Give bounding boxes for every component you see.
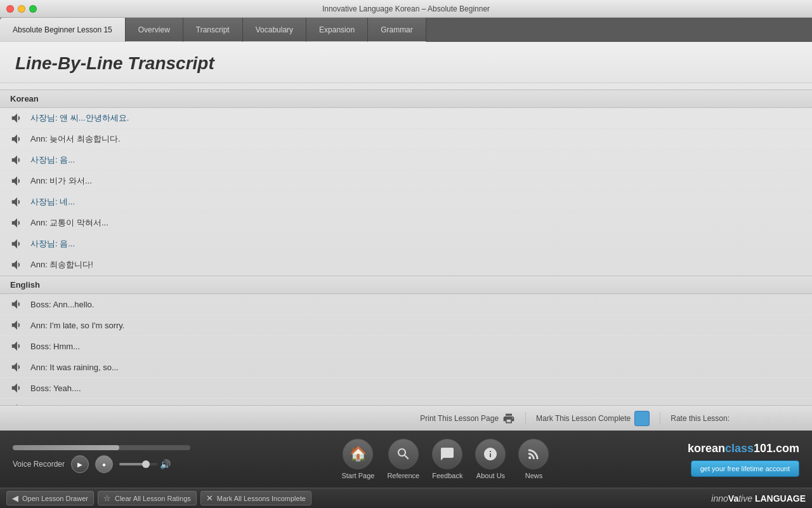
- transcript-scroll[interactable]: Korean 사장님: 앤 씨...안녕하세요. Ann: 늦어서 최송합니다.…: [0, 83, 812, 405]
- news-label: News: [525, 472, 543, 479]
- audio-icon-k5[interactable]: [10, 195, 24, 209]
- korean-line-3: 사장님: 음...: [0, 150, 812, 171]
- star-4[interactable]: ☆: [775, 411, 785, 425]
- korean-line-7: 사장님: 음...: [0, 234, 812, 255]
- record-button[interactable]: ●: [95, 455, 113, 473]
- footer-bar: ◀ Open Lesson Drawer ☆ Clear All Lesson …: [0, 488, 812, 508]
- audio-icon-e1[interactable]: [10, 297, 24, 311]
- audio-icon-e5[interactable]: [10, 381, 24, 395]
- audio-icon-e3[interactable]: [10, 339, 24, 353]
- window-title: Innovative Language Korean – Absolute Be…: [322, 4, 490, 13]
- complete-checkbox[interactable]: [634, 411, 650, 426]
- incomplete-label: Mark All Lessons Incomplete: [217, 495, 306, 502]
- korean-line-1-text: 사장님: 앤 씨...안녕하세요.: [30, 112, 129, 124]
- tab-lesson[interactable]: Absolute Beginner Lesson 15: [0, 18, 126, 42]
- feedback-icon: [432, 439, 462, 469]
- recorder-controls: Voice Recorder ▶ ● 🔊: [13, 455, 203, 473]
- english-line-6: Ann: There was traffic, so...: [0, 399, 812, 405]
- reference-label: Reference: [387, 472, 419, 479]
- rating-area: Rate this Lesson: ☆ ☆ ☆ ☆ ☆: [671, 411, 799, 425]
- star-2[interactable]: ☆: [747, 411, 757, 425]
- drawer-label: Open Lesson Drawer: [22, 495, 88, 502]
- korean-line-2: Ann: 늦어서 최송합니다.: [0, 129, 812, 150]
- print-label: Print This Lesson Page: [420, 414, 499, 423]
- rate-label: Rate this Lesson:: [671, 414, 730, 423]
- bottom-nav: Voice Recorder ▶ ● 🔊 🏠 Start Page: [0, 431, 812, 488]
- korean-section-header: Korean: [0, 90, 812, 108]
- english-line-5-text: Boss: Yeah....: [30, 384, 81, 393]
- english-line-3-text: Boss: Hmm...: [30, 342, 80, 351]
- audio-icon-k6[interactable]: [10, 216, 24, 230]
- korean-line-6-text: Ann: 교통이 막혀서...: [30, 217, 108, 229]
- audio-icon-k1[interactable]: [10, 111, 24, 125]
- audio-icon-k8[interactable]: [10, 258, 24, 272]
- korean-line-6: Ann: 교통이 막혀서...: [0, 213, 812, 234]
- tab-transcript[interactable]: Transcript: [183, 18, 243, 42]
- korean-line-7-text: 사장님: 음...: [30, 238, 75, 250]
- korean-line-8-text: Ann: 최송합니다!: [30, 259, 93, 271]
- play-button[interactable]: ▶: [71, 455, 89, 473]
- audio-icon-e6[interactable]: [10, 402, 24, 405]
- app-container: Absolute Beginner Lesson 15 Overview Tra…: [0, 18, 812, 508]
- brand-logo: innoVative LANGUAGE: [711, 493, 806, 504]
- open-lesson-drawer-button[interactable]: ◀ Open Lesson Drawer: [6, 491, 94, 505]
- close-button[interactable]: [6, 5, 14, 13]
- about-us-icon: [475, 439, 506, 469]
- korean-line-4-text: Ann: 비가 와서...: [30, 175, 92, 187]
- audio-progress-bar[interactable]: [13, 445, 190, 450]
- logo-area: koreanclass101.com get your free lifetim…: [688, 442, 799, 477]
- nav-reference[interactable]: Reference: [387, 439, 419, 479]
- audio-icon-k2[interactable]: [10, 132, 24, 146]
- english-line-2-text: Ann: I'm late, so I'm sorry.: [30, 321, 124, 330]
- print-lesson-button[interactable]: Print This Lesson Page: [420, 412, 515, 425]
- title-bar: Innovative Language Korean – Absolute Be…: [0, 0, 812, 18]
- korean-line-4: Ann: 비가 와서...: [0, 171, 812, 192]
- maximize-button[interactable]: [29, 5, 37, 13]
- reference-icon: [388, 439, 419, 469]
- tab-vocabulary[interactable]: Vocabulary: [243, 18, 306, 42]
- korean-line-5: 사장님: 네...: [0, 192, 812, 213]
- korean-line-3-text: 사장님: 음...: [30, 154, 75, 166]
- voice-recorder-label: Voice Recorder: [13, 460, 65, 469]
- clear-ratings-button[interactable]: ☆ Clear All Lesson Ratings: [98, 491, 197, 505]
- mark-complete-button[interactable]: Mark This Lesson Complete: [536, 411, 650, 426]
- english-line-5: Boss: Yeah....: [0, 378, 812, 399]
- nav-news[interactable]: News: [518, 439, 549, 479]
- nav-about-us[interactable]: About Us: [475, 439, 506, 479]
- english-line-4: Ann: It was raining, so...: [0, 357, 812, 378]
- tab-expansion[interactable]: Expansion: [306, 18, 368, 42]
- nav-start-page[interactable]: 🏠 Start Page: [341, 439, 374, 479]
- audio-progress-fill: [13, 445, 119, 450]
- korean-line-8: Ann: 최송합니다!: [0, 255, 812, 276]
- audio-icon-e2[interactable]: [10, 318, 24, 332]
- tab-overview[interactable]: Overview: [126, 18, 183, 42]
- minimize-button[interactable]: [18, 5, 25, 13]
- korean-line-2-text: Ann: 늦어서 최송합니다.: [30, 133, 121, 145]
- mark-incomplete-button[interactable]: ✕ Mark All Lessons Incomplete: [200, 491, 311, 505]
- english-line-1-text: Boss: Ann...hello.: [30, 300, 94, 309]
- audio-icon-k7[interactable]: [10, 237, 24, 251]
- about-us-label: About Us: [476, 472, 505, 479]
- complete-label: Mark This Lesson Complete: [536, 414, 631, 423]
- star-1[interactable]: ☆: [733, 411, 743, 425]
- ratings-label: Clear All Lesson Ratings: [115, 495, 191, 502]
- audio-icon-k4[interactable]: [10, 174, 24, 188]
- start-page-icon: 🏠: [343, 439, 373, 469]
- english-line-6-text: Ann: There was traffic, so...: [30, 404, 131, 406]
- star-icon: ☆: [103, 493, 111, 503]
- feedback-label: Feedback: [432, 472, 462, 479]
- english-section-header: English: [0, 276, 812, 294]
- star-3[interactable]: ☆: [761, 411, 771, 425]
- volume-slider[interactable]: 🔊: [119, 459, 171, 469]
- audio-icon-e4[interactable]: [10, 360, 24, 374]
- cta-button[interactable]: get your free lifetime account: [691, 460, 799, 477]
- nav-feedback[interactable]: Feedback: [432, 439, 462, 479]
- window-controls: [6, 5, 37, 13]
- star-5[interactable]: ☆: [789, 411, 799, 425]
- english-line-3: Boss: Hmm...: [0, 336, 812, 357]
- content-area: Line-By-Line Transcript Korean 사장님: 앤 씨.…: [0, 42, 812, 431]
- tab-grammar[interactable]: Grammar: [368, 18, 426, 42]
- audio-icon-k3[interactable]: [10, 153, 24, 167]
- print-icon: [502, 412, 515, 425]
- korean-line-1: 사장님: 앤 씨...안녕하세요.: [0, 108, 812, 129]
